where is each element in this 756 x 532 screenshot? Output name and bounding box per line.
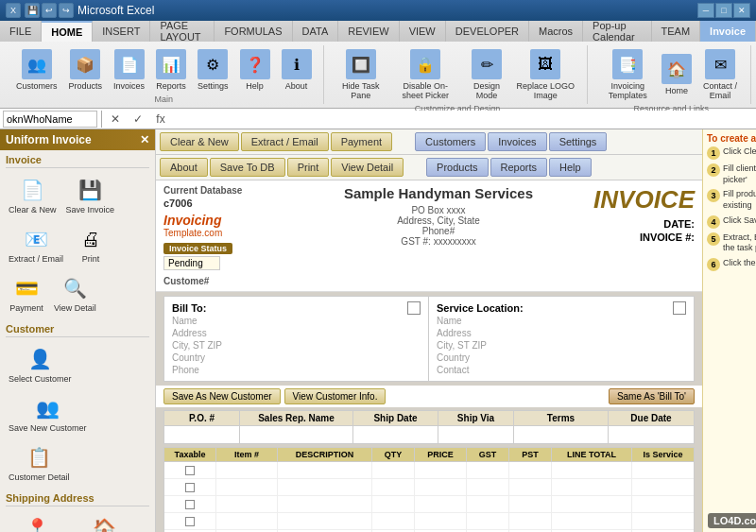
qty-3: [372, 496, 415, 512]
reports-icon: 📊: [156, 49, 186, 79]
tab-view[interactable]: VIEW: [400, 21, 446, 42]
desc-2: [278, 479, 372, 495]
bill-to-title: Bill To:: [172, 302, 206, 314]
items-table: Taxable Item # DESCRIPTION QTY PRICE GST…: [163, 447, 695, 532]
quick-access-save[interactable]: 💾: [25, 3, 40, 18]
panel-select-address[interactable]: 📍 Select Address: [6, 510, 68, 532]
ribbon-customers[interactable]: 👥 Customers: [12, 47, 61, 93]
tab-team[interactable]: TEAM: [652, 21, 701, 42]
desc-3: [278, 496, 372, 512]
panel-save-new-customer[interactable]: 👥 Save New Customer: [6, 390, 90, 436]
tab-data[interactable]: DATA: [293, 21, 339, 42]
tab-insert[interactable]: INSERT: [93, 21, 150, 42]
help-icon: ❓: [240, 49, 270, 79]
items-header-row: Taxable Item # DESCRIPTION QTY PRICE GST…: [164, 448, 694, 462]
name-box[interactable]: [3, 111, 97, 128]
hints-title: To create a...: [707, 133, 756, 144]
formula-confirm[interactable]: ✓: [129, 111, 147, 128]
btn-settings[interactable]: Settings: [549, 132, 608, 151]
btn-view-customer-info[interactable]: View Customer Info.: [284, 388, 387, 404]
hint-5-text: Extract, Email or pr... button on the ta…: [723, 232, 756, 254]
panel-section-invoice-title: Invoice: [6, 154, 149, 168]
btn-payment[interactable]: Payment: [331, 132, 392, 151]
tab-file[interactable]: FILE: [0, 21, 42, 42]
tab-developer[interactable]: DEVELOPER: [446, 21, 529, 42]
tab-formulas[interactable]: FORMULAS: [215, 21, 292, 42]
btn-extract-email[interactable]: Extract / Email: [241, 132, 329, 151]
ribbon-invoicing-templates[interactable]: 📑 Invoicing Templates: [600, 47, 657, 102]
ribbon-home[interactable]: 🏠 Home: [660, 52, 694, 97]
ribbon-products[interactable]: 📦 Products: [65, 47, 107, 93]
panel-save-invoice[interactable]: 💾 Save Invoice: [63, 172, 118, 217]
tab-popup-calendar[interactable]: Pop-up Calendar: [583, 21, 651, 42]
ribbon-hide-task[interactable]: 🔲 Hide Task Pane: [336, 47, 386, 102]
quick-access-redo[interactable]: ↪: [59, 3, 74, 18]
taxable-checkbox-3[interactable]: [185, 500, 195, 509]
company-name: Sample Handyman Services: [305, 185, 572, 201]
quick-access-undo[interactable]: ↩: [42, 3, 57, 18]
same-as-bill-icon: 🏠: [89, 513, 119, 532]
ribbon-invoices[interactable]: 📄 Invoices: [110, 47, 148, 93]
tab-page-layout[interactable]: PAGE LAYOUT: [150, 21, 215, 42]
panel-same-as-bill[interactable]: 🏠 Same As Bill To: [72, 510, 136, 532]
tab-macros[interactable]: Macros: [529, 21, 583, 42]
taxable-checkbox-4[interactable]: [185, 517, 195, 526]
btn-view-detail[interactable]: View Detail: [331, 158, 404, 177]
tab-review[interactable]: REVIEW: [338, 21, 399, 42]
po-header-due-date: Due Date: [609, 411, 694, 425]
formula-fx[interactable]: fx: [151, 111, 170, 128]
btn-print[interactable]: Print: [287, 158, 330, 177]
panel-view-detail[interactable]: 🔍 View Detail: [51, 270, 99, 316]
taxable-checkbox-1[interactable]: [185, 466, 195, 475]
panel-clear-new[interactable]: 📄 Clear & New: [6, 172, 60, 217]
btn-products[interactable]: Products: [426, 158, 488, 177]
disable-picker-icon: 🔒: [410, 49, 440, 79]
invoicing-templates-icon: 📑: [612, 49, 643, 79]
hide-task-icon: 🔲: [346, 49, 376, 79]
panel-payment[interactable]: 💳 Payment: [6, 270, 47, 316]
title-text: Microsoft Excel: [77, 4, 154, 17]
btn-save-to-db[interactable]: Save To DB: [210, 158, 285, 177]
ribbon-contact-email[interactable]: ✉ Contact / Email: [697, 47, 743, 102]
ribbon-reports[interactable]: 📊 Reports: [152, 47, 190, 93]
btn-customers[interactable]: Customers: [415, 132, 486, 151]
service-title: Service Location:: [437, 302, 524, 314]
btn-help[interactable]: Help: [549, 158, 592, 177]
ribbon-design-mode[interactable]: ✏ Design Mode: [465, 47, 507, 102]
ribbon-group-main-label: Main: [155, 93, 174, 104]
panel-close-button[interactable]: ✕: [140, 133, 149, 146]
ribbon-replace-logo[interactable]: 🖼 Replace LOGO Image: [512, 47, 579, 102]
maximize-button[interactable]: □: [715, 3, 732, 18]
replace-logo-icon: 🖼: [530, 49, 560, 79]
btn-same-as-bill-to[interactable]: Same As 'Bill To': [609, 388, 695, 404]
bill-to-checkbox[interactable]: [407, 301, 421, 315]
minimize-button[interactable]: ─: [697, 3, 714, 18]
formula-input[interactable]: [174, 111, 753, 128]
panel-extract-email[interactable]: 📧 Extract / Email: [6, 221, 66, 266]
tab-home[interactable]: HOME: [42, 21, 93, 42]
tab-invoice[interactable]: Invoice: [700, 21, 756, 42]
btn-about[interactable]: About: [160, 158, 208, 177]
panel-section-shipping: Shipping Address 📍 Select Address 🏠 Same…: [0, 489, 155, 532]
ribbon-about[interactable]: ℹ About: [278, 47, 316, 93]
service-checkbox[interactable]: [673, 301, 686, 315]
btn-reports[interactable]: Reports: [490, 158, 548, 177]
ribbon-disable-picker[interactable]: 🔒 Disable On-sheet Picker: [389, 47, 461, 102]
panel-customer-items: 👤 Select Customer 👥 Save New Customer 📋 …: [6, 341, 149, 485]
close-button[interactable]: ✕: [733, 3, 750, 18]
panel-customer-detail[interactable]: 📋 Customer Detail: [6, 439, 73, 485]
about-icon: ℹ: [282, 49, 312, 79]
left-panel: Uniform Invoice ✕ Invoice 📄 Clear & New …: [0, 129, 156, 532]
hint-6-text: Click the Help butt... documents: [723, 258, 756, 271]
ribbon-content: 👥 Customers 📦 Products 📄 Invoices 📊 Repo…: [0, 42, 756, 108]
btn-save-as-new-customer[interactable]: Save As New Customer: [163, 388, 281, 404]
panel-select-customer[interactable]: 👤 Select Customer: [6, 341, 75, 386]
ribbon-settings[interactable]: ⚙ Settings: [194, 47, 232, 93]
btn-clear-new[interactable]: Clear & New: [160, 132, 239, 151]
desc-1: [278, 462, 372, 478]
panel-print[interactable]: 🖨 Print: [70, 221, 112, 266]
taxable-checkbox-2[interactable]: [185, 483, 195, 492]
formula-cancel[interactable]: ✕: [106, 111, 125, 128]
btn-invoices[interactable]: Invoices: [488, 132, 546, 151]
ribbon-help[interactable]: ❓ Help: [236, 47, 274, 93]
